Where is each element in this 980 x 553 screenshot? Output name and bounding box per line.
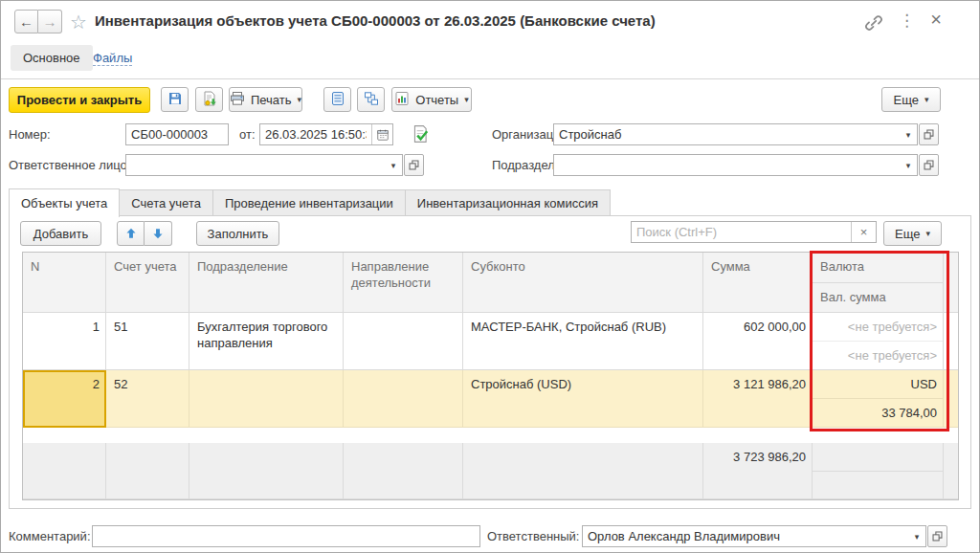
responsible-field[interactable]: ▾ bbox=[582, 525, 926, 547]
col-header-n[interactable]: N bbox=[23, 253, 106, 313]
commandbar-more-button[interactable]: Еще▾ bbox=[881, 87, 941, 112]
department-field[interactable]: ▾ bbox=[553, 154, 918, 176]
forward-icon: → bbox=[43, 13, 57, 30]
total-cell bbox=[344, 443, 463, 499]
open-icon bbox=[923, 159, 935, 171]
print-button[interactable]: Печать▾ bbox=[229, 87, 302, 112]
cell-amount[interactable]: 602 000,00 bbox=[703, 313, 813, 370]
close-icon[interactable]: × bbox=[925, 9, 947, 31]
tab-inventory-commission[interactable]: Инвентаризационная комиссия bbox=[406, 189, 611, 216]
nav-item-files[interactable]: Файлы bbox=[93, 51, 132, 66]
register-list-icon bbox=[330, 91, 345, 109]
cell-subconto[interactable]: МАСТЕР-БАНК, Стройснаб (RUB) bbox=[463, 313, 703, 370]
document-register-button[interactable] bbox=[323, 87, 351, 112]
cell-filler bbox=[944, 313, 958, 370]
cell-currency[interactable]: USD bbox=[813, 370, 943, 399]
comment-field[interactable] bbox=[92, 525, 480, 547]
dropdown-icon: ▾ bbox=[925, 229, 930, 238]
table-gap bbox=[23, 428, 958, 443]
col-header-subconto[interactable]: Субконто bbox=[463, 253, 703, 313]
total-cell bbox=[463, 443, 703, 499]
back-button[interactable]: ← bbox=[14, 10, 38, 33]
fill-button[interactable]: Заполнить bbox=[196, 221, 279, 246]
col-header-amount[interactable]: Сумма bbox=[703, 253, 813, 313]
total-cell bbox=[106, 443, 189, 499]
total-cell bbox=[189, 443, 344, 499]
forward-button[interactable]: → bbox=[38, 10, 62, 33]
date-label: от: bbox=[239, 127, 256, 142]
cell-n[interactable]: 1 bbox=[23, 313, 106, 370]
arrow-up-icon bbox=[124, 227, 138, 240]
total-cell bbox=[23, 443, 106, 499]
number-field[interactable] bbox=[125, 123, 229, 145]
cell-direction[interactable] bbox=[344, 313, 463, 370]
reports-button[interactable]: Отчеты▾ bbox=[391, 87, 472, 112]
save-button[interactable] bbox=[161, 87, 189, 112]
arrow-down-icon bbox=[151, 227, 165, 240]
responsible-open-button[interactable] bbox=[927, 525, 947, 547]
grid-more-button[interactable]: Еще▾ bbox=[883, 221, 942, 246]
history-nav: ← → bbox=[14, 10, 62, 33]
table-row[interactable]: 1 51 Бухгалтерия торгового направления М… bbox=[23, 313, 958, 370]
post-document-button[interactable] bbox=[195, 87, 223, 112]
responsible-person-field[interactable]: ▾ bbox=[125, 154, 403, 176]
more-menu-icon[interactable]: ⋮ bbox=[899, 11, 915, 31]
organization-open-button[interactable] bbox=[919, 123, 939, 145]
header-separator bbox=[1, 78, 980, 79]
clear-search-icon[interactable]: × bbox=[851, 222, 876, 242]
cell-department[interactable] bbox=[189, 370, 344, 428]
col-header-account[interactable]: Счет учета bbox=[106, 253, 189, 313]
cell-currency-amount[interactable]: <не требуется> bbox=[813, 342, 943, 369]
cell-direction[interactable] bbox=[344, 370, 463, 428]
cell-account[interactable]: 52 bbox=[106, 370, 189, 428]
total-currency-amount bbox=[813, 472, 943, 499]
copy-link-icon[interactable] bbox=[864, 13, 883, 35]
post-and-close-button[interactable]: Провести и закрыть bbox=[9, 87, 150, 113]
total-currency-group bbox=[813, 443, 944, 499]
dropdown-icon[interactable]: ▾ bbox=[900, 130, 917, 140]
date-field[interactable] bbox=[259, 123, 393, 145]
dropdown-icon: ▾ bbox=[464, 95, 469, 104]
save-icon bbox=[167, 91, 183, 109]
responsible-person-open-button[interactable] bbox=[404, 154, 424, 176]
table-row-selected[interactable]: 2 52 Стройснаб (USD) 3 121 986,20 USD 33… bbox=[23, 370, 958, 428]
tab-inventory-execution[interactable]: Проведение инвентаризации bbox=[213, 189, 406, 216]
cell-currency-amount[interactable]: 33 784,00 bbox=[813, 399, 943, 427]
department-open-button[interactable] bbox=[919, 154, 939, 176]
accounting-objects-table: N Счет учета Подразделение Направление д… bbox=[22, 252, 959, 500]
col-header-currency-amount[interactable]: Вал. сумма bbox=[813, 283, 943, 313]
add-row-button[interactable]: Добавить bbox=[20, 221, 101, 246]
cell-currency-group: USD 33 784,00 bbox=[813, 370, 944, 428]
document-window: ← → ☆ Инвентаризация объектов учета СБ00… bbox=[0, 0, 980, 553]
document-movements-button[interactable] bbox=[357, 87, 385, 112]
tab-accounting-objects[interactable]: Объекты учета bbox=[9, 188, 120, 217]
cell-amount[interactable]: 3 121 986,20 bbox=[703, 370, 813, 428]
back-icon: ← bbox=[19, 13, 33, 30]
col-header-direction[interactable]: Направление деятельности bbox=[344, 253, 463, 313]
move-up-button[interactable] bbox=[117, 221, 145, 246]
cell-subconto[interactable]: Стройснаб (USD) bbox=[463, 370, 703, 428]
search-field[interactable]: × bbox=[631, 221, 877, 243]
col-header-currency[interactable]: Валюта bbox=[813, 253, 943, 283]
printer-icon bbox=[230, 91, 245, 109]
open-icon bbox=[931, 530, 944, 542]
responsible-label: Ответственный: bbox=[487, 529, 579, 543]
dropdown-icon[interactable]: ▾ bbox=[900, 161, 917, 170]
open-icon bbox=[408, 159, 420, 171]
nav-item-main[interactable]: Основное bbox=[11, 45, 93, 71]
cell-account[interactable]: 51 bbox=[106, 313, 189, 370]
open-icon bbox=[923, 128, 935, 141]
calendar-icon[interactable] bbox=[371, 124, 392, 144]
total-currency bbox=[813, 443, 943, 472]
move-down-button[interactable] bbox=[145, 221, 172, 246]
report-chart-icon bbox=[394, 91, 410, 109]
tab-accounts[interactable]: Счета учета bbox=[120, 189, 213, 216]
cell-n-selected[interactable]: 2 bbox=[23, 370, 106, 428]
dropdown-icon[interactable]: ▾ bbox=[385, 161, 402, 170]
dropdown-icon[interactable]: ▾ bbox=[908, 532, 925, 542]
favorite-star-icon[interactable]: ☆ bbox=[70, 11, 87, 33]
organization-field[interactable]: ▾ bbox=[553, 123, 918, 145]
cell-department[interactable]: Бухгалтерия торгового направления bbox=[189, 313, 344, 370]
col-header-department[interactable]: Подразделение bbox=[189, 253, 344, 313]
cell-currency[interactable]: <не требуется> bbox=[813, 313, 943, 342]
